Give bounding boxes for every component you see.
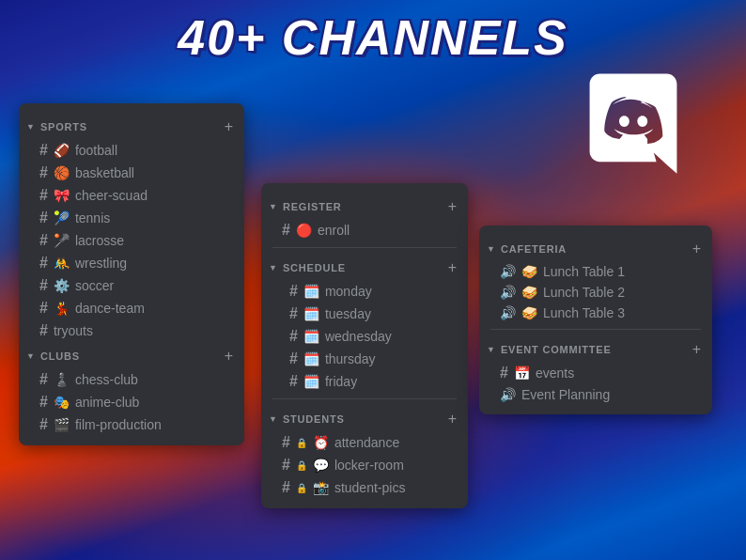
channel-football[interactable]: # 🏈 football: [24, 139, 239, 162]
arrow-cafeteria: ▼: [487, 244, 495, 254]
panel-school: ▼ REGISTER + # 🔴 enroll ▼ SCHEDULE + # 🗓…: [261, 183, 468, 508]
category-clubs[interactable]: ▼ CLUBS +: [19, 342, 244, 368]
channel-basketball[interactable]: # 🏀 basketball: [24, 162, 239, 184]
arrow-register: ▼: [269, 202, 277, 211]
channel-monday[interactable]: # 🗓️ monday: [267, 280, 462, 303]
channel-soccer[interactable]: # ⚙️ soccer: [24, 274, 239, 297]
arrow-students: ▼: [269, 414, 277, 424]
add-event-button[interactable]: +: [692, 341, 701, 358]
channel-lacrosse[interactable]: # 🥍 lacrosse: [24, 229, 239, 252]
add-register-button[interactable]: +: [448, 198, 457, 215]
channel-event-planning[interactable]: 🔊 Event Planning: [485, 384, 707, 405]
arrow-schedule: ▼: [269, 263, 277, 272]
divider-right-1: [490, 329, 701, 330]
channel-attendance[interactable]: # 🔒 ⏰ attendance: [267, 431, 462, 454]
channel-chess-club[interactable]: # ♟️ chess-club: [24, 368, 239, 391]
channel-wednesday[interactable]: # 🗓️ wednesday: [267, 325, 462, 348]
channel-lunch-table-1[interactable]: 🔊 🥪 Lunch Table 1: [485, 261, 707, 282]
channel-events[interactable]: # 📅 events: [485, 362, 707, 384]
category-sports-label: SPORTS: [40, 121, 87, 132]
category-register[interactable]: ▼ REGISTER +: [261, 193, 468, 219]
arrow-event-committee: ▼: [487, 345, 495, 354]
panel-sports-clubs: ▼ SPORTS + # 🏈 football # 🏀 basketball #…: [19, 103, 244, 445]
add-sports-button[interactable]: +: [225, 118, 233, 135]
channel-tuesday[interactable]: # 🗓️ tuesday: [267, 303, 462, 325]
channel-enroll[interactable]: # 🔴 enroll: [267, 219, 462, 241]
divider-1: [272, 247, 457, 248]
category-schedule-label: SCHEDULE: [283, 262, 346, 273]
add-students-button[interactable]: +: [448, 411, 457, 428]
category-schedule[interactable]: ▼ SCHEDULE +: [261, 254, 468, 280]
category-event-committee-label: EVENT COMMITTEE: [501, 344, 612, 355]
category-sports[interactable]: ▼ SPORTS +: [19, 113, 244, 139]
category-cafeteria-label: CAFETERIA: [501, 243, 567, 255]
category-cafeteria[interactable]: ▼ CAFETERIA +: [479, 235, 712, 261]
channel-tennis[interactable]: # 🎾 tennis: [24, 207, 239, 229]
add-clubs-button[interactable]: +: [225, 348, 233, 365]
channel-tryouts[interactable]: # tryouts: [24, 319, 239, 342]
category-event-committee[interactable]: ▼ EVENT COMMITTEE +: [479, 335, 712, 362]
channel-dance-team[interactable]: # 💃 dance-team: [24, 297, 239, 319]
add-cafeteria-button[interactable]: +: [692, 241, 701, 257]
channel-lunch-table-3[interactable]: 🔊 🥪 Lunch Table 3: [485, 303, 707, 323]
arrow-sports: ▼: [26, 122, 35, 132]
channel-friday[interactable]: # 🗓️ friday: [267, 370, 462, 393]
channel-film-production[interactable]: # 🎬 film-production: [24, 413, 239, 436]
channel-cheer-scuad[interactable]: # 🎀 cheer-scuad: [24, 184, 239, 207]
panel-cafeteria-events: ▼ CAFETERIA + 🔊 🥪 Lunch Table 1 🔊 🥪 Lunc…: [479, 226, 712, 414]
add-schedule-button[interactable]: +: [448, 259, 457, 276]
category-clubs-label: CLUBS: [40, 350, 80, 362]
category-students-label: STUDENTS: [283, 413, 345, 425]
page-title: 40+ CHANNELS: [0, 9, 746, 66]
channel-locker-room[interactable]: # 🔒 💬 locker-room: [267, 454, 462, 476]
channel-anime-club[interactable]: # 🎭 anime-club: [24, 391, 239, 413]
category-students[interactable]: ▼ STUDENTS +: [261, 405, 468, 431]
divider-2: [272, 398, 457, 399]
channel-student-pics[interactable]: # 🔒 📸 student-pics: [267, 476, 462, 499]
channel-thursday[interactable]: # 🗓️ thursday: [267, 348, 462, 370]
category-register-label: REGISTER: [283, 201, 342, 212]
arrow-clubs: ▼: [26, 351, 35, 361]
discord-logo: [572, 64, 694, 186]
channel-wrestling[interactable]: # 🤼 wrestling: [24, 252, 239, 274]
channel-lunch-table-2[interactable]: 🔊 🥪 Lunch Table 2: [485, 282, 707, 303]
